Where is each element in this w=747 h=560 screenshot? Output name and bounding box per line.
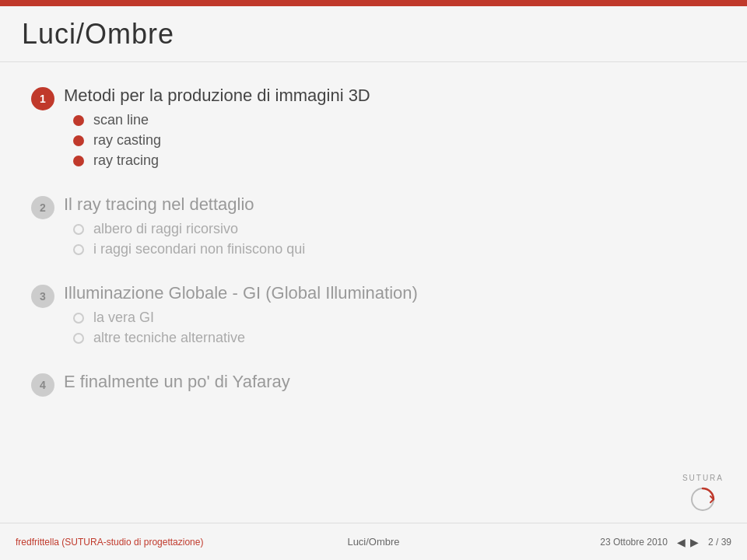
footer: fredfrittella (SUTURA-studio di progetta…: [0, 523, 747, 560]
section-body-2: Il ray tracing nel dettaglioalbero di ra…: [64, 194, 716, 261]
nav-left-arrow[interactable]: ◀: [677, 536, 686, 548]
section-1: 1Metodi per la produzione di immagini 3D…: [31, 86, 716, 173]
bullet-dot: [73, 224, 84, 235]
section-number-2: 2: [31, 196, 54, 219]
top-bar: [0, 0, 747, 6]
sutura-label: SUTURA: [682, 474, 724, 482]
section-number-3: 3: [31, 285, 54, 308]
footer-title: Luci/Ombre: [347, 536, 399, 548]
bullet-text: scan line: [93, 112, 149, 128]
bullet-dot: [73, 333, 84, 344]
bullet-dot: [73, 313, 84, 324]
sutura-icon: [689, 485, 717, 513]
section-body-3: Illuminazione Globale - GI (Global Illum…: [64, 283, 716, 350]
bullet-text: i raggi secondari non finiscono qui: [93, 241, 305, 257]
list-item: la vera GI: [70, 310, 716, 326]
page-title: Luci/Ombre: [22, 18, 174, 51]
section-title-4: E finalmente un po' di Yafaray: [64, 372, 716, 392]
nav-right-arrow[interactable]: ▶: [690, 536, 699, 548]
list-item: i raggi secondari non finiscono qui: [70, 241, 716, 257]
list-item: albero di raggi ricorsivo: [70, 221, 716, 237]
bullet-text: ray tracing: [93, 152, 159, 169]
footer-navigation: ◀ ▶: [677, 536, 699, 548]
section-title-2: Il ray tracing nel dettaglio: [64, 194, 716, 215]
bullet-list-1: scan lineray castingray tracing: [64, 112, 716, 169]
bullet-text: altre tecniche alternative: [93, 330, 245, 346]
list-item: altre tecniche alternative: [70, 330, 716, 346]
bullet-dot: [73, 115, 84, 126]
section-3: 3Illuminazione Globale - GI (Global Illu…: [31, 283, 716, 350]
bullet-dot: [73, 244, 84, 255]
section-title-1: Metodi per la produzione di immagini 3D: [64, 86, 716, 106]
section-body-4: E finalmente un po' di Yafaray: [64, 372, 716, 398]
section-number-1: 1: [31, 87, 54, 110]
bullet-text: albero di raggi ricorsivo: [93, 221, 238, 237]
bullet-text: ray casting: [93, 132, 161, 149]
footer-author: fredfrittella (SUTURA-studio di progetta…: [16, 537, 203, 548]
list-item: ray casting: [70, 132, 716, 149]
section-4: 4E finalmente un po' di Yafaray: [31, 372, 716, 398]
footer-date: 23 Ottobre 2010: [600, 537, 668, 548]
list-item: scan line: [70, 112, 716, 128]
bullet-list-3: la vera GIaltre tecniche alternative: [64, 310, 716, 346]
section-title-3: Illuminazione Globale - GI (Global Illum…: [64, 283, 716, 303]
main-content: 1Metodi per la produzione di immagini 3D…: [0, 62, 747, 523]
section-2: 2Il ray tracing nel dettaglioalbero di r…: [31, 194, 716, 261]
bullet-list-2: albero di raggi ricorsivoi raggi seconda…: [64, 221, 716, 257]
section-number-4: 4: [31, 373, 54, 397]
footer-right: 23 Ottobre 2010 ◀ ▶ 2 / 39: [600, 536, 731, 548]
footer-page: 2 / 39: [708, 537, 731, 548]
header: Luci/Ombre: [0, 6, 747, 62]
bullet-dot: [73, 135, 84, 146]
bullet-dot: [73, 156, 84, 166]
section-body-1: Metodi per la produzione di immagini 3Ds…: [64, 86, 716, 173]
bullet-text: la vera GI: [93, 310, 154, 326]
sutura-logo: SUTURA: [682, 474, 724, 513]
list-item: ray tracing: [70, 152, 716, 169]
